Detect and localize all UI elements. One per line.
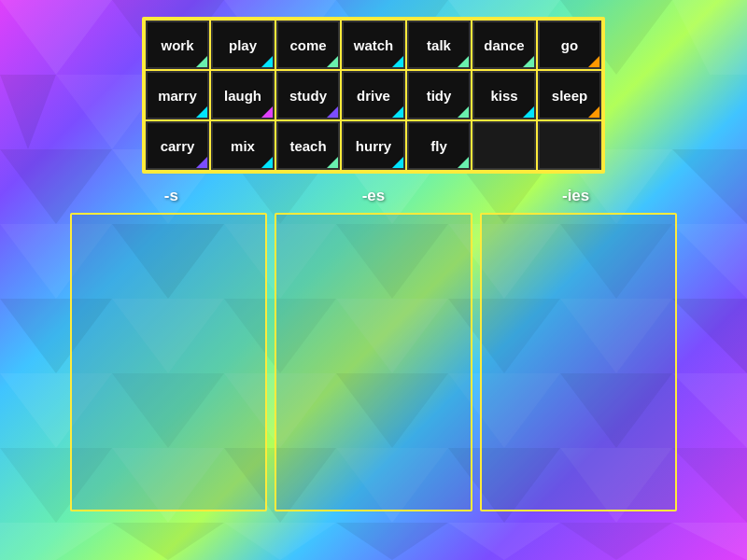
drop-label-s: -s (78, 187, 264, 205)
word-tile-work[interactable]: work (146, 21, 209, 69)
svg-marker-44 (0, 523, 112, 560)
drop-label-ies: -ies (483, 187, 669, 205)
svg-marker-49 (560, 523, 672, 560)
word-tile-go[interactable]: go (538, 21, 601, 69)
svg-marker-45 (112, 523, 224, 560)
word-tile-sleep[interactable]: sleep (538, 71, 601, 119)
drop-zone-ies[interactable] (480, 213, 677, 511)
word-tile-talk[interactable]: talk (407, 21, 471, 69)
word-tile-hurry[interactable]: hurry (342, 121, 405, 170)
word-tile-mix[interactable]: mix (211, 121, 275, 170)
word-tile-laugh[interactable]: laugh (211, 71, 275, 119)
word-tile-drive[interactable]: drive (342, 71, 405, 119)
word-tile-play[interactable]: play (211, 21, 275, 69)
word-tile-teach[interactable]: teach (276, 121, 340, 170)
word-tile-dance[interactable]: dance (472, 21, 536, 69)
svg-marker-50 (672, 523, 747, 560)
svg-marker-47 (336, 523, 448, 560)
word-tile-marry[interactable]: marry (146, 71, 209, 119)
word-tile-fly[interactable]: fly (407, 121, 471, 170)
word-tile-kiss[interactable]: kiss (472, 71, 536, 119)
word-tile-study[interactable]: study (276, 71, 340, 119)
drop-zones (70, 213, 677, 511)
word-tile-come[interactable]: come (276, 21, 340, 69)
drop-labels: -s-es-ies (70, 187, 677, 205)
svg-marker-46 (224, 523, 336, 560)
drop-section: -s-es-ies (70, 187, 677, 511)
drop-zone-es[interactable] (275, 213, 472, 511)
word-tile-watch[interactable]: watch (342, 21, 405, 69)
drop-label-es: -es (280, 187, 467, 205)
word-tile-empty-20 (538, 121, 601, 170)
svg-marker-48 (448, 523, 560, 560)
word-grid: workplaycomewatchtalkdancegomarrylaughst… (142, 17, 605, 174)
word-tile-tidy[interactable]: tidy (407, 71, 471, 119)
word-tile-empty-19 (472, 121, 536, 170)
drop-zone-s[interactable] (70, 213, 267, 511)
word-tile-carry[interactable]: carry (146, 121, 209, 170)
